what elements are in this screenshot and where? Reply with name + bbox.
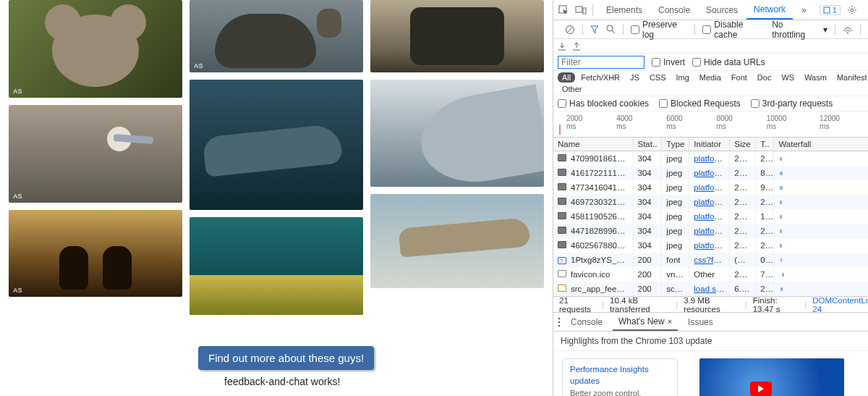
throttling-select[interactable]: No throttling [772,20,816,40]
type-filter-img[interactable]: Img [672,72,694,83]
search-icon[interactable] [606,25,616,34]
cell-waterfall [774,224,868,238]
invert-checkbox[interactable]: Invert [652,57,685,67]
initiator-link[interactable]: load scri... [694,285,730,293]
type-filter-wasm[interactable]: Wasm [800,72,831,83]
cell-time: 1... [756,209,774,224]
request-row[interactable]: T1Ptxg8zYS_SKggP...200fontcss?fam...(me.… [553,253,868,267]
request-row[interactable]: 47099018614_5a6...304jpegplatform...235.… [553,151,868,167]
initiator-link[interactable]: css?fam... [694,256,730,264]
drawer-tab-console[interactable]: Console [565,313,608,331]
request-row[interactable]: 47734160411_f2b6...304jpegplatform...235… [553,180,868,195]
tab-console[interactable]: Console [651,0,697,20]
devtools-top-bar: Elements Console Sources Network » 1 [553,0,868,20]
type-filter-doc[interactable]: Doc [753,72,776,83]
col-size[interactable]: Size [730,138,756,151]
tab-network[interactable]: Network [746,0,793,20]
type-filter-js[interactable]: JS [626,72,644,83]
import-icon[interactable] [558,42,566,51]
disable-cache-checkbox[interactable]: Disable cache [702,20,765,40]
request-name: 47734160411_f2b6... [571,183,633,192]
col-name[interactable]: Name [553,138,633,151]
request-row[interactable]: 41617221114_4d5...304jpegplatform...235.… [553,166,868,180]
cell-size: 235... [730,180,756,195]
drawer-tab-issues[interactable]: Issues [682,313,719,331]
drawer-tab-whatsnew[interactable]: What's New × [613,313,678,331]
drawer-kebab-icon[interactable] [558,317,561,327]
col-initiator[interactable]: Initiator [689,138,730,151]
gallery-image[interactable] [190,217,363,315]
cell-initiator: platform... [689,224,730,238]
type-filter-font[interactable]: Font [727,72,752,83]
hide-data-urls-checkbox[interactable]: Hide data URLs [692,57,765,67]
gallery-image[interactable] [370,0,544,72]
request-row[interactable]: 46972303215_793...304jpegplatform...235.… [553,195,868,209]
status-dcl: DOMContentLoaded: 24 [812,296,868,313]
type-filter-manifest[interactable]: Manifest [833,72,868,83]
export-icon[interactable] [572,42,581,51]
throttling-caret-icon[interactable]: ▾ [823,25,827,35]
request-name: 46025678804_fb8c... [571,241,633,250]
video-thumbnail[interactable]: new [699,358,844,396]
third-party-checkbox[interactable]: 3rd-party requests [751,98,833,109]
tab-elements[interactable]: Elements [599,0,650,20]
play-icon [750,382,772,396]
insights-card[interactable]: Performance Insights updates Better zoom… [562,358,678,396]
initiator-link[interactable]: platform... [694,198,730,206]
initiator-link[interactable]: platform... [694,241,730,250]
gallery-image[interactable] [190,80,363,210]
close-tab-icon[interactable]: × [668,317,672,326]
preserve-log-checkbox[interactable]: Preserve log [631,20,687,40]
gallery-image[interactable]: AS [9,0,182,98]
tabs-overflow[interactable]: » [794,0,814,20]
type-filter-media[interactable]: Media [695,72,726,83]
gallery-image[interactable] [370,194,544,288]
initiator-link[interactable]: platform... [694,154,730,163]
status-requests: 21 requests [559,296,596,313]
network-timeline[interactable]: 2000 ms4000 ms6000 ms8000 ms10000 ms1200… [553,111,868,138]
type-filter-ws[interactable]: WS [777,72,799,83]
col-t[interactable]: T.. [756,138,774,151]
cell-type: jpeg [662,224,689,238]
cell-initiator: platform... [689,238,730,253]
filter-input[interactable] [558,56,644,69]
col-waterfall[interactable]: Waterfall▲ [774,138,868,151]
cell-time: 2... [756,195,774,209]
request-row[interactable]: 45811905264_be3...304jpegplatform...235.… [553,209,868,224]
type-filter-fetchxhr[interactable]: Fetch/XHR [576,72,624,83]
initiator-link[interactable]: platform... [694,212,730,221]
request-row[interactable]: src_app_feedback-...200scriptload scri..… [553,282,868,296]
col-type[interactable]: Type [662,138,689,151]
network-conditions-icon[interactable] [843,25,853,34]
issues-badge[interactable]: 1 [820,5,841,15]
initiator-link[interactable]: platform... [694,183,730,192]
initiator-link[interactable]: platform... [694,169,730,177]
blocked-requests-checkbox[interactable]: Blocked Requests [659,98,741,109]
initiator-link[interactable]: platform... [694,227,730,235]
gallery-image[interactable]: AS [190,0,363,72]
type-filter-all[interactable]: All [558,72,575,83]
inspect-icon[interactable] [558,4,569,16]
gallery-image[interactable]: AS [9,105,182,203]
devtools-tabs: Elements Console Sources Network » [599,0,814,20]
request-row[interactable]: 44718289960_e83...304jpegplatform...234.… [553,224,868,238]
device-toggle-icon[interactable] [575,4,587,16]
filter-icon[interactable] [590,25,599,34]
request-row[interactable]: 46025678804_fb8c...304jpegplatform...234… [553,238,868,253]
kebab-icon[interactable] [864,4,868,16]
blocked-cookies-checkbox[interactable]: Has blocked cookies [558,98,649,109]
cell-size: 234... [730,224,756,238]
col-stat[interactable]: Stat.. [633,138,662,151]
clear-icon[interactable] [565,25,575,35]
type-filter-css[interactable]: CSS [645,72,671,83]
gallery-image[interactable]: AS [9,210,182,297]
request-name: 45811905264_be3... [571,212,633,221]
find-out-button[interactable]: Find out more about these guys! [198,346,374,370]
request-row[interactable]: favicon.ico200vnd...Other233...7... [553,267,868,282]
gear-icon[interactable] [846,4,858,16]
type-filter-other[interactable]: Other [558,84,587,94]
file-type-icon [558,227,566,234]
tab-sources[interactable]: Sources [699,0,745,20]
gallery-image[interactable] [370,80,544,187]
cell-initiator: Other [689,267,730,282]
